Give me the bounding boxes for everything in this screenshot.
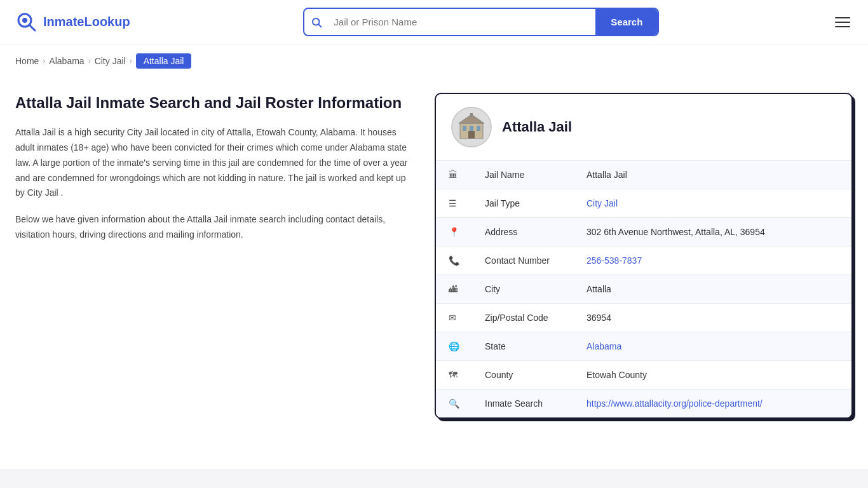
row-label: Jail Type — [472, 189, 574, 218]
logo-link[interactable]: InmateLookup — [15, 11, 130, 34]
row-label: State — [472, 332, 574, 361]
row-value[interactable]: 256-538-7837 — [574, 247, 851, 275]
row-icon: 🌐 — [436, 332, 472, 361]
svg-rect-10 — [468, 131, 475, 139]
search-input[interactable] — [329, 10, 595, 34]
search-wrapper: Search — [303, 8, 659, 36]
svg-point-2 — [22, 18, 27, 23]
row-value: 302 6th Avenue Northwest, Attalla, AL, 3… — [574, 218, 851, 247]
row-link[interactable]: City Jail — [587, 198, 618, 208]
row-value: 36954 — [574, 304, 851, 332]
search-button[interactable]: Search — [595, 9, 658, 35]
table-row: ✉Zip/Postal Code36954 — [436, 304, 851, 332]
breadcrumb-type[interactable]: City Jail — [95, 56, 126, 66]
logo-text: InmateLookup — [43, 15, 130, 29]
table-row: 📞Contact Number256-538-7837 — [436, 247, 851, 275]
row-value: Etowah County — [574, 361, 851, 390]
page-description-1: Attalla Jail is a high security City Jai… — [15, 125, 409, 201]
search-area: Search — [303, 8, 659, 36]
logo-icon — [15, 11, 38, 34]
svg-rect-9 — [477, 126, 480, 131]
row-label: Zip/Postal Code — [472, 304, 574, 332]
table-row: 📍Address302 6th Avenue Northwest, Attall… — [436, 218, 851, 247]
breadcrumb-state[interactable]: Alabama — [49, 56, 84, 66]
footer-bar — [0, 470, 868, 488]
table-row: 🔍Inmate Searchhttps://www.attallacity.or… — [436, 390, 851, 418]
page-title: Attalla Jail Inmate Search and Jail Rost… — [15, 93, 409, 112]
breadcrumb-home[interactable]: Home — [15, 56, 39, 66]
row-link[interactable]: https://www.attallacity.org/police-depar… — [587, 398, 763, 409]
row-icon: 🗺 — [436, 361, 472, 390]
breadcrumb-sep-3: › — [130, 57, 132, 65]
breadcrumb-sep-1: › — [43, 57, 45, 65]
row-label: County — [472, 361, 574, 390]
table-row: ☰Jail TypeCity Jail — [436, 189, 851, 218]
row-icon: 📞 — [436, 247, 472, 275]
left-panel: Attalla Jail Inmate Search and Jail Rost… — [15, 93, 435, 419]
row-value: Attalla — [574, 275, 851, 304]
info-table: 🏛Jail NameAttalla Jail☰Jail TypeCity Jai… — [436, 161, 851, 417]
row-value[interactable]: Alabama — [574, 332, 851, 361]
breadcrumb: Home › Alabama › City Jail › Attalla Jai… — [0, 44, 868, 78]
row-icon: 🏛 — [436, 161, 472, 189]
svg-line-4 — [319, 24, 322, 27]
facility-avatar — [451, 107, 492, 147]
svg-rect-8 — [470, 126, 473, 131]
breadcrumb-current: Attalla Jail — [136, 53, 192, 69]
row-label: Jail Name — [472, 161, 574, 189]
row-link[interactable]: 256-538-7837 — [587, 255, 642, 266]
row-icon: 🔍 — [436, 390, 472, 418]
row-label: Address — [472, 218, 574, 247]
hamburger-menu[interactable] — [832, 15, 853, 30]
table-row: 🗺CountyEtowah County — [436, 361, 851, 390]
site-header: InmateLookup Search — [0, 0, 868, 44]
row-icon: 🏙 — [436, 275, 472, 304]
row-label: City — [472, 275, 574, 304]
svg-rect-7 — [463, 126, 466, 131]
row-icon: ☰ — [436, 189, 472, 218]
main-content: Attalla Jail Inmate Search and Jail Rost… — [0, 78, 868, 444]
table-row: 🌐StateAlabama — [436, 332, 851, 361]
row-link[interactable]: Alabama — [587, 341, 621, 351]
search-icon — [304, 17, 329, 28]
table-row: 🏛Jail NameAttalla Jail — [436, 161, 851, 189]
card-header: Attalla Jail — [436, 94, 851, 161]
breadcrumb-sep-2: › — [88, 57, 91, 65]
page-description-2: Below we have given information about th… — [15, 212, 409, 243]
info-card: Attalla Jail 🏛Jail NameAttalla Jail☰Jail… — [435, 93, 853, 419]
row-value[interactable]: https://www.attallacity.org/police-depar… — [574, 390, 851, 418]
row-label: Inmate Search — [472, 390, 574, 418]
table-row: 🏙CityAttalla — [436, 275, 851, 304]
right-panel: Attalla Jail 🏛Jail NameAttalla Jail☰Jail… — [435, 93, 853, 419]
row-icon: ✉ — [436, 304, 472, 332]
svg-line-1 — [29, 25, 35, 30]
card-facility-name: Attalla Jail — [502, 119, 572, 135]
row-label: Contact Number — [472, 247, 574, 275]
row-icon: 📍 — [436, 218, 472, 247]
svg-rect-12 — [470, 113, 473, 116]
row-value: Attalla Jail — [574, 161, 851, 189]
row-value[interactable]: City Jail — [574, 189, 851, 218]
